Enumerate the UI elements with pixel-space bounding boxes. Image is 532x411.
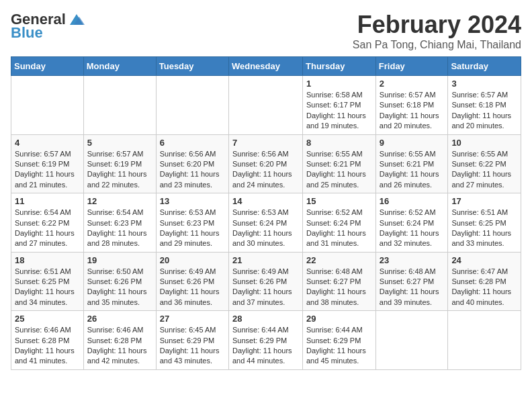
day-info: Sunrise: 6:55 AM Sunset: 6:21 PM Dayligh…	[306, 149, 372, 191]
calendar-cell: 12Sunrise: 6:54 AM Sunset: 6:23 PM Dayli…	[83, 193, 156, 253]
calendar-cell: 20Sunrise: 6:49 AM Sunset: 6:26 PM Dayli…	[156, 252, 228, 311]
day-info: Sunrise: 6:44 AM Sunset: 6:29 PM Dayligh…	[232, 325, 299, 367]
calendar-cell: 14Sunrise: 6:53 AM Sunset: 6:24 PM Dayli…	[228, 193, 302, 253]
day-info: Sunrise: 6:54 AM Sunset: 6:22 PM Dayligh…	[15, 208, 80, 249]
day-info: Sunrise: 6:48 AM Sunset: 6:27 PM Dayligh…	[306, 267, 372, 308]
day-number: 24	[451, 255, 517, 265]
day-number: 1	[306, 79, 372, 89]
day-info: Sunrise: 6:57 AM Sunset: 6:19 PM Dayligh…	[15, 149, 80, 191]
day-number: 13	[160, 196, 225, 206]
weekday-header-saturday: Saturday	[448, 57, 521, 76]
calendar-cell: 1Sunrise: 6:58 AM Sunset: 6:17 PM Daylig…	[303, 76, 376, 135]
week-row-2: 4Sunrise: 6:57 AM Sunset: 6:19 PM Daylig…	[11, 134, 521, 193]
day-number: 14	[232, 196, 299, 206]
day-number: 18	[15, 255, 80, 265]
day-number: 12	[87, 196, 152, 206]
weekday-header-tuesday: Tuesday	[156, 57, 228, 76]
calendar-cell: 10Sunrise: 6:55 AM Sunset: 6:22 PM Dayli…	[448, 134, 521, 193]
weekday-header-thursday: Thursday	[303, 57, 376, 76]
day-info: Sunrise: 6:49 AM Sunset: 6:26 PM Dayligh…	[232, 267, 299, 308]
location-title: San Pa Tong, Chiang Mai, Thailand	[353, 39, 521, 51]
week-row-5: 25Sunrise: 6:46 AM Sunset: 6:28 PM Dayli…	[11, 311, 521, 370]
calendar-cell: 4Sunrise: 6:57 AM Sunset: 6:19 PM Daylig…	[11, 134, 84, 193]
calendar-cell	[11, 76, 84, 135]
day-number: 25	[15, 314, 80, 324]
calendar-cell: 17Sunrise: 6:51 AM Sunset: 6:25 PM Dayli…	[448, 193, 521, 253]
day-number: 21	[232, 255, 299, 265]
calendar-cell: 2Sunrise: 6:57 AM Sunset: 6:18 PM Daylig…	[375, 76, 448, 135]
day-number: 5	[87, 138, 152, 148]
day-info: Sunrise: 6:58 AM Sunset: 6:17 PM Dayligh…	[306, 90, 372, 132]
day-info: Sunrise: 6:50 AM Sunset: 6:26 PM Dayligh…	[87, 267, 152, 308]
day-number: 15	[306, 196, 372, 206]
logo-icon	[67, 11, 86, 28]
weekday-header-friday: Friday	[375, 57, 448, 76]
day-info: Sunrise: 6:56 AM Sunset: 6:20 PM Dayligh…	[232, 149, 299, 191]
calendar-cell: 24Sunrise: 6:47 AM Sunset: 6:28 PM Dayli…	[448, 252, 521, 311]
day-number: 29	[306, 314, 372, 324]
day-info: Sunrise: 6:44 AM Sunset: 6:29 PM Dayligh…	[306, 325, 372, 367]
day-info: Sunrise: 6:51 AM Sunset: 6:25 PM Dayligh…	[451, 208, 517, 249]
calendar-cell: 13Sunrise: 6:53 AM Sunset: 6:23 PM Dayli…	[156, 193, 228, 253]
day-info: Sunrise: 6:55 AM Sunset: 6:21 PM Dayligh…	[380, 149, 445, 191]
day-info: Sunrise: 6:51 AM Sunset: 6:25 PM Dayligh…	[15, 267, 80, 308]
calendar-cell: 9Sunrise: 6:55 AM Sunset: 6:21 PM Daylig…	[375, 134, 448, 193]
title-area: February 2024 San Pa Tong, Chiang Mai, T…	[353, 11, 521, 51]
calendar-cell: 8Sunrise: 6:55 AM Sunset: 6:21 PM Daylig…	[303, 134, 376, 193]
day-info: Sunrise: 6:47 AM Sunset: 6:28 PM Dayligh…	[451, 267, 517, 308]
calendar-cell: 28Sunrise: 6:44 AM Sunset: 6:29 PM Dayli…	[228, 311, 302, 370]
day-info: Sunrise: 6:46 AM Sunset: 6:28 PM Dayligh…	[15, 325, 80, 367]
month-title: February 2024	[353, 11, 521, 39]
calendar-cell: 26Sunrise: 6:46 AM Sunset: 6:28 PM Dayli…	[83, 311, 156, 370]
day-number: 22	[306, 255, 372, 265]
day-number: 7	[232, 138, 299, 148]
calendar-cell: 22Sunrise: 6:48 AM Sunset: 6:27 PM Dayli…	[303, 252, 376, 311]
day-number: 4	[15, 138, 80, 148]
calendar-cell: 18Sunrise: 6:51 AM Sunset: 6:25 PM Dayli…	[11, 252, 84, 311]
calendar-cell: 6Sunrise: 6:56 AM Sunset: 6:20 PM Daylig…	[156, 134, 228, 193]
logo-blue-text: Blue	[11, 24, 43, 42]
day-info: Sunrise: 6:57 AM Sunset: 6:18 PM Dayligh…	[451, 90, 517, 132]
day-number: 16	[380, 196, 445, 206]
calendar-cell: 23Sunrise: 6:48 AM Sunset: 6:27 PM Dayli…	[375, 252, 448, 311]
day-number: 28	[232, 314, 299, 324]
calendar-cell: 15Sunrise: 6:52 AM Sunset: 6:24 PM Dayli…	[303, 193, 376, 253]
calendar: SundayMondayTuesdayWednesdayThursdayFrid…	[11, 56, 521, 370]
day-info: Sunrise: 6:57 AM Sunset: 6:19 PM Dayligh…	[87, 149, 152, 191]
calendar-cell: 3Sunrise: 6:57 AM Sunset: 6:18 PM Daylig…	[448, 76, 521, 135]
weekday-header-wednesday: Wednesday	[228, 57, 302, 76]
day-number: 23	[380, 255, 445, 265]
day-info: Sunrise: 6:56 AM Sunset: 6:20 PM Dayligh…	[160, 149, 225, 191]
weekday-header-row: SundayMondayTuesdayWednesdayThursdayFrid…	[11, 57, 521, 76]
day-number: 10	[451, 138, 517, 148]
day-number: 11	[15, 196, 80, 206]
calendar-cell: 19Sunrise: 6:50 AM Sunset: 6:26 PM Dayli…	[83, 252, 156, 311]
calendar-cell: 7Sunrise: 6:56 AM Sunset: 6:20 PM Daylig…	[228, 134, 302, 193]
day-number: 27	[160, 314, 225, 324]
calendar-cell: 27Sunrise: 6:45 AM Sunset: 6:29 PM Dayli…	[156, 311, 228, 370]
day-number: 3	[451, 79, 517, 89]
day-info: Sunrise: 6:53 AM Sunset: 6:23 PM Dayligh…	[160, 208, 225, 249]
calendar-cell: 16Sunrise: 6:52 AM Sunset: 6:24 PM Dayli…	[375, 193, 448, 253]
day-number: 8	[306, 138, 372, 148]
calendar-cell: 25Sunrise: 6:46 AM Sunset: 6:28 PM Dayli…	[11, 311, 84, 370]
logo: General Blue	[11, 11, 86, 42]
header: General Blue February 2024 San Pa Tong, …	[11, 11, 521, 51]
day-number: 6	[160, 138, 225, 148]
calendar-cell	[83, 76, 156, 135]
day-number: 2	[380, 79, 445, 89]
day-info: Sunrise: 6:46 AM Sunset: 6:28 PM Dayligh…	[87, 325, 152, 367]
calendar-cell: 21Sunrise: 6:49 AM Sunset: 6:26 PM Dayli…	[228, 252, 302, 311]
day-info: Sunrise: 6:48 AM Sunset: 6:27 PM Dayligh…	[380, 267, 445, 308]
weekday-header-sunday: Sunday	[11, 57, 84, 76]
day-info: Sunrise: 6:52 AM Sunset: 6:24 PM Dayligh…	[380, 208, 445, 249]
day-info: Sunrise: 6:45 AM Sunset: 6:29 PM Dayligh…	[160, 325, 225, 367]
day-info: Sunrise: 6:54 AM Sunset: 6:23 PM Dayligh…	[87, 208, 152, 249]
day-info: Sunrise: 6:53 AM Sunset: 6:24 PM Dayligh…	[232, 208, 299, 249]
day-info: Sunrise: 6:49 AM Sunset: 6:26 PM Dayligh…	[160, 267, 225, 308]
calendar-cell: 11Sunrise: 6:54 AM Sunset: 6:22 PM Dayli…	[11, 193, 84, 253]
week-row-4: 18Sunrise: 6:51 AM Sunset: 6:25 PM Dayli…	[11, 252, 521, 311]
day-number: 17	[451, 196, 517, 206]
day-number: 20	[160, 255, 225, 265]
calendar-cell: 29Sunrise: 6:44 AM Sunset: 6:29 PM Dayli…	[303, 311, 376, 370]
